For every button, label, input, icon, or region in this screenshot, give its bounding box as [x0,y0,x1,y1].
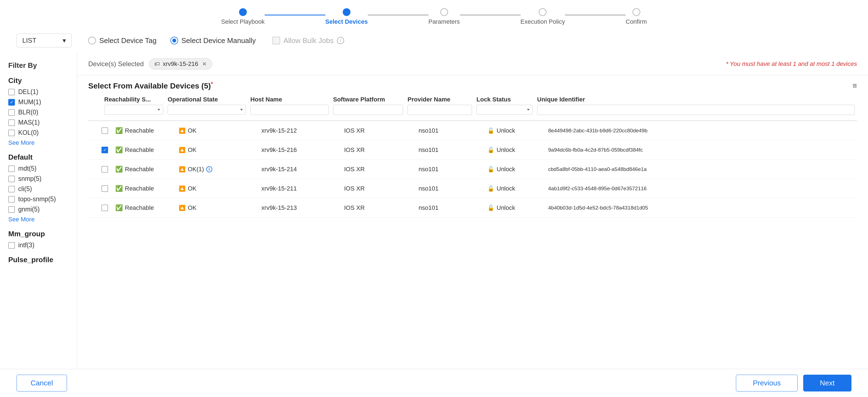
previous-button[interactable]: Previous [736,375,798,392]
filter-item-kol[interactable]: KOL(0) [8,129,69,136]
filter-label-cli: cli(5) [18,185,32,193]
software-filter-input[interactable] [333,105,403,115]
step-confirm[interactable]: Confirm [626,8,647,25]
row3-checkbox[interactable] [101,166,108,173]
row4-unique: 4ab1d9f2-c533-4548-895e-0d67e3572116 [546,182,846,195]
column-headers-container: Reachability S... Operational State [77,93,868,217]
row1-software: IOS XR [342,124,416,138]
row4-lock: 🔓 Unlock [485,182,546,195]
row3-reachability: ✅ Reachable [113,162,177,176]
hostname-filter-input[interactable] [250,105,329,115]
col-filter-software[interactable] [333,105,403,115]
filter-checkbox-snmp[interactable] [8,176,15,182]
filter-checkbox-cli[interactable] [8,186,15,192]
row5-provider-text: nso101 [418,204,438,211]
row5-software-text: IOS XR [344,204,365,211]
filter-item-blr[interactable]: BLR(0) [8,109,69,116]
filter-checkbox-mas[interactable] [8,119,15,126]
tag-remove-button[interactable]: ✕ [202,61,207,67]
filter-item-topo-snmp[interactable]: topo-snmp(5) [8,195,69,203]
cancel-button[interactable]: Cancel [17,375,67,392]
radio-label-manually: Select Device Manually [181,36,256,45]
list-dropdown[interactable]: LIST ▾ [17,34,72,48]
row1-provider: nso101 [416,124,485,138]
info-circle-icon[interactable]: i [206,166,212,172]
allow-bulk-jobs-checkbox[interactable] [272,37,280,44]
row3-lock: 🔓 Unlock [485,162,546,176]
row2-checkbox[interactable] [101,147,108,153]
row5-checkbox-cell[interactable] [99,201,113,214]
row3-checkbox-cell[interactable] [99,163,113,176]
row5-hostname: xrv9k-15-213 [259,201,342,215]
list-dropdown-value: LIST [22,37,36,44]
allow-bulk-jobs-option[interactable]: Allow Bulk Jobs i [272,36,344,45]
next-button[interactable]: Next [803,375,851,392]
lock-filter-select[interactable] [476,105,533,115]
col-filter-hostname[interactable] [250,105,329,115]
filter-icon[interactable]: ≡ [852,81,857,90]
row4-checkbox-cell[interactable] [99,182,113,195]
row2-checkbox-cell[interactable] [99,143,113,157]
row4-operational-text: OK [188,185,196,192]
col-filter-unique[interactable] [537,105,855,115]
filter-item-mdt[interactable]: mdt(5) [8,165,69,172]
filter-item-snmp[interactable]: snmp(5) [8,175,69,183]
filter-checkbox-intf[interactable] [8,242,15,249]
step-parameters[interactable]: Parameters [429,8,460,25]
filter-item-mas[interactable]: MAS(1) [8,119,69,126]
step-circle-confirm [632,8,640,16]
step-select-devices[interactable]: Select Devices [326,8,368,25]
filter-item-mum[interactable]: MUM(1) [8,98,69,106]
col-filter-provider[interactable] [407,105,472,115]
row3-operational-text: OK(1) [188,166,204,173]
row1-checkbox-cell[interactable] [99,124,113,137]
filter-item-del[interactable]: DEL(1) [8,88,69,96]
row3-lock-text: Unlock [497,166,515,173]
row5-checkbox[interactable] [101,205,108,211]
col-filter-reachability[interactable] [104,105,163,115]
sidebar: Filter By City DEL(1) MUM(1) BLR(0) MAS(… [0,53,77,395]
top-controls: LIST ▾ Select Device Tag Select Device M… [0,28,868,53]
footer: Cancel Previous Next [0,369,868,397]
col-filter-lock[interactable] [476,105,533,115]
step-execution-policy[interactable]: Execution Policy [521,8,565,25]
row4-checkbox[interactable] [101,185,108,192]
see-more-default[interactable]: See More [8,216,69,223]
row5-provider: nso101 [416,201,485,215]
step-label-confirm: Confirm [626,18,647,25]
filter-checkbox-topo-snmp[interactable] [8,196,15,203]
row3-hostname: xrv9k-15-214 [259,162,342,176]
radio-select-device-tag[interactable]: Select Device Tag [88,36,157,45]
filter-checkbox-mum[interactable] [8,99,15,105]
filter-checkbox-kol[interactable] [8,129,15,136]
row4-unique-text: 4ab1d9f2-c533-4548-895e-0d67e3572116 [548,186,647,192]
filter-item-intf[interactable]: intf(3) [8,242,69,249]
step-select-playbook[interactable]: Select Playbook [221,8,265,25]
row2-lock: 🔓 Unlock [485,143,546,157]
tag-icon: 🏷 [154,61,160,67]
provider-filter-input[interactable] [407,105,472,115]
table-row: ✅ Reachable 🔼 OK xrv9k-15-211 IOS XR nso… [88,179,857,198]
see-more-city[interactable]: See More [8,139,69,146]
row3-software-text: IOS XR [344,166,365,173]
filter-label-intf: intf(3) [18,242,34,249]
col-header-hostname: Host Name [248,93,331,118]
row2-hostname: xrv9k-15-216 [259,143,342,157]
filter-item-gnmi[interactable]: gnmi(5) [8,206,69,213]
radio-label-tag: Select Device Tag [99,36,157,45]
allow-bulk-jobs-info-icon[interactable]: i [337,37,344,44]
row5-software: IOS XR [342,201,416,215]
radio-select-device-manually[interactable]: Select Device Manually [170,36,256,45]
row1-reachability: ✅ Reachable [113,124,177,138]
filter-checkbox-gnmi[interactable] [8,206,15,213]
unique-filter-input[interactable] [537,105,855,115]
reachability-filter-select[interactable] [104,105,163,115]
filter-checkbox-blr[interactable] [8,109,15,116]
row2-operational-text: OK [188,146,196,154]
filter-checkbox-del[interactable] [8,89,15,95]
operational-filter-select[interactable] [168,105,246,115]
filter-item-cli[interactable]: cli(5) [8,185,69,193]
row1-checkbox[interactable] [101,127,108,134]
col-filter-operational[interactable] [168,105,246,115]
filter-checkbox-mdt[interactable] [8,165,15,172]
